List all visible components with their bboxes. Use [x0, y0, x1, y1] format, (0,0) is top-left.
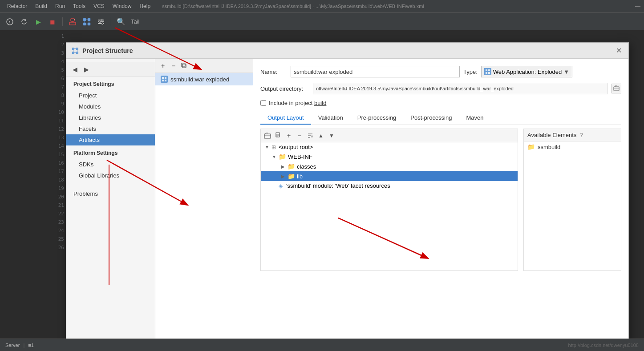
include-build-checkbox[interactable]	[260, 100, 266, 106]
svg-rect-26	[488, 72, 490, 74]
stop-btn[interactable]: ◼	[46, 16, 59, 28]
menu-build[interactable]: Build	[32, 2, 51, 10]
search-btn[interactable]: 🔍	[115, 16, 127, 28]
output-dir-browse-btn[interactable]	[612, 84, 621, 93]
artifact-add-btn[interactable]: +	[158, 61, 168, 71]
sidebar-item-problems[interactable]: Problems	[66, 188, 155, 199]
svg-rect-5	[88, 18, 90, 21]
project-structure-dialog: Project Structure ✕ ◀ ▶ Project Settings…	[66, 42, 629, 345]
add-file-btn[interactable]	[273, 131, 283, 141]
available-elements-header: Available Elements ?	[524, 129, 621, 141]
svg-rect-15	[76, 48, 78, 50]
tree-item-classes[interactable]: ▶ 📁 classes	[261, 161, 518, 171]
menu-vcs[interactable]: VCS	[90, 2, 108, 10]
sidebar-item-modules[interactable]: Modules	[66, 101, 155, 112]
tab-pre-processing[interactable]: Pre-processing	[350, 112, 403, 125]
toolbar-sep1	[62, 17, 63, 26]
svg-point-10	[101, 19, 103, 21]
available-label: Available Elements	[527, 132, 576, 138]
menu-bar: Refactor Build Run Tools VCS Window Help…	[0, 0, 644, 12]
svg-rect-1	[69, 22, 76, 25]
build-artifact-btn[interactable]	[66, 16, 79, 28]
tree-remove-btn[interactable]: −	[295, 131, 304, 141]
back-btn[interactable]	[4, 16, 16, 28]
menu-tools[interactable]: Tools	[69, 2, 89, 10]
available-folder-icon: 📁	[527, 143, 535, 150]
available-item-label: ssmbuild	[538, 144, 560, 150]
output-dir-value: oftware\IntelliJ IDEA 2019.3.5\myJavaSpa…	[313, 83, 608, 94]
bottom-line-info: ≡1	[28, 343, 34, 348]
dialog-body: ◀ ▶ Project Settings Project Modules Lib…	[66, 59, 628, 344]
code-area: 12345 678910 1112131415 1617181920 21222…	[0, 30, 66, 339]
refresh-btn[interactable]	[18, 16, 30, 28]
tree-item-label: <output root>	[279, 144, 313, 150]
tab-post-processing[interactable]: Post-processing	[403, 112, 459, 125]
tab-validation[interactable]: Validation	[311, 112, 350, 125]
svg-rect-28	[264, 134, 271, 138]
svg-rect-13	[72, 48, 74, 50]
sidebar-item-libraries[interactable]: Libraries	[66, 112, 155, 123]
folder-icon: 📁	[288, 163, 295, 170]
nav-back-btn[interactable]: ◀	[70, 65, 80, 74]
sort-btn[interactable]	[305, 131, 315, 141]
sidebar-item-facets[interactable]: Facets	[66, 123, 155, 134]
tree-item-facet-resources[interactable]: ◈ 'ssmbuild' module: 'Web' facet resourc…	[261, 181, 518, 190]
artifact-toolbar: + −	[155, 59, 253, 73]
tab-maven[interactable]: Maven	[459, 112, 490, 125]
menu-window[interactable]: Window	[109, 2, 135, 10]
menu-refactor[interactable]: Refactor	[4, 2, 31, 10]
svg-rect-22	[165, 80, 166, 81]
dialog-close-btn[interactable]: ✕	[614, 46, 623, 55]
tree-item-output-root[interactable]: ▼ ⊞ <output root>	[261, 142, 518, 152]
menu-run[interactable]: Run	[52, 2, 69, 10]
svg-rect-6	[88, 23, 90, 25]
tab-output-layout[interactable]: Output Layout	[260, 112, 311, 125]
add-directory-btn[interactable]	[263, 131, 272, 141]
artifact-copy-btn[interactable]	[179, 61, 189, 71]
include-label: Include in project build	[269, 100, 326, 106]
output-tree-panel: + − ▲ ▼ ▼ ⊞ <output root>	[260, 129, 518, 271]
project-structure-btn[interactable]	[81, 16, 93, 28]
folder-icon: 📁	[288, 173, 295, 180]
artifact-remove-btn[interactable]: −	[169, 61, 178, 71]
type-icon	[484, 68, 491, 75]
move-up-btn[interactable]: ▲	[316, 131, 326, 141]
run-btn[interactable]: ▶	[32, 16, 45, 28]
toggle-icon: ▶	[280, 164, 286, 169]
folder-icon: 📁	[279, 153, 286, 160]
move-down-btn[interactable]: ▼	[327, 131, 336, 141]
svg-rect-27	[614, 87, 619, 91]
tree-item-webinf[interactable]: ▼ 📁 WEB-INF	[261, 152, 518, 161]
bottom-url: http://blog.csdn.net/qwenyu0108	[568, 343, 639, 348]
tail-label: Tail	[131, 18, 140, 25]
sidebar-item-global-libraries[interactable]: Global Libraries	[66, 170, 155, 181]
help-icon[interactable]: ?	[580, 132, 583, 138]
settings-btn[interactable]	[95, 16, 107, 28]
available-item-ssmbuild[interactable]: 📁 ssmbuild	[524, 141, 621, 152]
svg-rect-16	[76, 52, 78, 54]
bottom-bar: Server | ≡1 http://blog.csdn.net/qwenyu0…	[0, 339, 644, 351]
menu-help[interactable]: Help	[136, 2, 154, 10]
type-select[interactable]: Web Application: Exploded ▼	[481, 66, 572, 77]
name-input[interactable]	[291, 66, 460, 77]
svg-rect-29	[276, 133, 279, 137]
dialog-title: Project Structure	[82, 47, 614, 54]
dialog-header: Project Structure ✕	[66, 43, 628, 59]
svg-rect-21	[162, 80, 164, 81]
dialog-sidebar: ◀ ▶ Project Settings Project Modules Lib…	[66, 59, 155, 344]
sidebar-item-project[interactable]: Project	[66, 90, 155, 101]
platform-settings-header: Platform Settings	[66, 147, 155, 159]
nav-fwd-btn[interactable]: ▶	[81, 65, 91, 74]
sidebar-item-artifacts[interactable]: Artifacts	[66, 134, 155, 145]
svg-point-12	[101, 23, 103, 24]
tree-item-lib[interactable]: ▶ 📁 lib	[261, 171, 518, 181]
project-settings-header: Project Settings	[66, 78, 155, 90]
sidebar-item-sdks[interactable]: SDKs	[66, 159, 155, 170]
toggle-icon: ▼	[271, 154, 277, 159]
line-numbers: 12345 678910 1112131415 1617181920 21222…	[0, 30, 66, 254]
tree-item-label: 'ssmbuild' module: 'Web' facet resources	[286, 182, 390, 189]
tree-add-btn[interactable]: +	[284, 131, 294, 141]
svg-rect-2	[71, 19, 74, 21]
svg-rect-24	[488, 69, 490, 71]
artifact-item[interactable]: ssmbuild:war exploded	[155, 73, 253, 85]
